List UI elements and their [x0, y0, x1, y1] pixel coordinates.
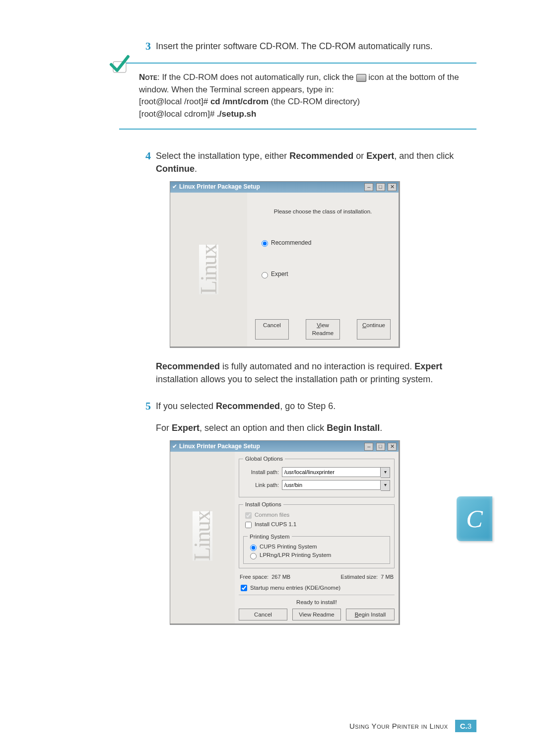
step4-text-f: Continue [156, 164, 195, 174]
radio-recommended[interactable]: Recommended [259, 239, 391, 247]
startup-entries-input[interactable] [241, 585, 247, 591]
step4-after-c: Expert [414, 361, 442, 371]
maximize-button[interactable]: □ [376, 183, 385, 191]
radio-expert-label: Expert [271, 271, 288, 277]
global-options-group: Global Options Install path: ▾ Link path… [239, 455, 395, 497]
page-prefix: C. [460, 722, 468, 730]
appendix-tab: C [457, 496, 492, 541]
est-size-value: 7 MB [381, 574, 394, 580]
cups-radio-input[interactable] [250, 545, 257, 551]
setup-window-expert-options: ✔ Linux Printer Package Setup – □ ✕ Linu… [170, 440, 400, 625]
step4-after-a: Recommended [156, 361, 220, 371]
note-label: Note [139, 72, 157, 82]
window2-content: Global Options Install path: ▾ Link path… [235, 452, 399, 623]
begin-install-rest: egin Install [358, 612, 386, 618]
note-cmd-2: ./setup.sh [217, 109, 256, 119]
step5-1b: Recommended [216, 401, 280, 411]
size-status-row: Free space: 267 MB Estimated size: 7 MB [240, 573, 394, 581]
minimize-button[interactable]: – [364, 183, 373, 191]
view-readme-button[interactable]: View Readme [306, 319, 340, 340]
window2-title: Linux Printer Package Setup [179, 442, 260, 451]
cups-radio[interactable]: CUPS Printing System [248, 544, 317, 550]
radio-recommended-label: Recommended [271, 239, 311, 246]
installation-instruction: Please choose the class of installation. [255, 203, 391, 216]
step5-2d: Begin Install [327, 423, 380, 433]
step4-text-c: or [353, 151, 366, 161]
radio-expert-input[interactable] [262, 272, 268, 278]
note-cmd-1-prompt: [root@local /root]# [139, 97, 210, 106]
window-titlebar[interactable]: ✔ Linux Printer Package Setup – □ ✕ [170, 182, 399, 193]
step-4-body: Select the installation type, either Rec… [156, 149, 476, 390]
global-options-legend: Global Options [243, 455, 285, 463]
minimize-button[interactable]: – [364, 443, 373, 451]
install-cups-input[interactable] [245, 522, 252, 528]
step5-1a: If you selected [156, 401, 216, 411]
common-files-label: Common files [255, 512, 289, 518]
step-5-body: If you selected Recommended, go to Step … [156, 400, 476, 637]
window2-buttons: – □ ✕ [363, 442, 397, 451]
step-number-3: 3 [134, 40, 156, 57]
startup-entries-checkbox[interactable]: Startup menu entries (KDE/Gnome) [239, 583, 395, 593]
begin-install-button[interactable]: Begin Install [346, 609, 395, 621]
page-number-badge: C.3 [455, 720, 476, 732]
est-size-label: Estimated size: [341, 574, 378, 580]
install-path-label: Install path: [243, 469, 279, 477]
cancel-button[interactable]: Cancel [239, 609, 287, 621]
step4-text-b: Recommended [289, 151, 353, 161]
terminal-icon [356, 74, 366, 82]
install-options-legend: Install Options [243, 500, 283, 509]
cups-radio-label: CUPS Printing System [260, 544, 317, 550]
titlebar2-icon: ✔ [172, 442, 177, 451]
printing-system-group: Printing System CUPS Printing System LPR… [243, 533, 390, 564]
link-path-input[interactable] [282, 480, 381, 490]
step4-after-b: is fully automated and no interaction is… [220, 361, 414, 371]
step4-after-d: installation allows you to select the in… [156, 374, 433, 384]
step5-2c: , select an option and then click [200, 423, 327, 433]
window2-titlebar[interactable]: ✔ Linux Printer Package Setup – □ ✕ [170, 441, 399, 452]
step4-text-d: Expert [366, 151, 394, 161]
radio-recommended-input[interactable] [262, 240, 268, 247]
step5-2e: . [380, 423, 382, 433]
lprng-radio[interactable]: LPRng/LPR Printing System [248, 552, 331, 558]
note-cmd-1: cd /mnt/cdrom [210, 97, 268, 106]
step-3-text: Insert the printer software CD-ROM. The … [156, 40, 476, 53]
maximize-button[interactable]: □ [376, 443, 385, 451]
free-space-label: Free space: [240, 574, 268, 580]
sidebar2-logo-linux: Linux [193, 511, 212, 561]
close-button[interactable]: ✕ [388, 443, 397, 451]
close-button[interactable]: ✕ [388, 183, 397, 191]
install-path-dropdown[interactable]: ▾ [381, 467, 390, 478]
cancel-button[interactable]: Cancel [255, 319, 289, 340]
radio-expert[interactable]: Expert [259, 270, 391, 278]
view-readme-button[interactable]: View Readme [292, 609, 341, 621]
footer-label: Using Your Printer in Linux [349, 722, 448, 730]
window-buttons: – □ ✕ [363, 183, 397, 191]
note-cmd-1-suffix: (the CD-ROM directory) [268, 97, 360, 106]
view-readme-mnemonic: V [317, 322, 320, 328]
link-path-dropdown[interactable]: ▾ [381, 480, 390, 491]
lprng-radio-input[interactable] [250, 553, 257, 559]
install-cups-label: Install CUPS 1.1 [255, 521, 296, 527]
page-footer: Using Your Printer in Linux C.3 [349, 720, 476, 732]
note-text-1: : If the CD-ROM does not automatically r… [157, 72, 356, 82]
lprng-radio-label: LPRng/LPR Printing System [260, 552, 331, 558]
install-cups-checkbox[interactable]: Install CUPS 1.1 [243, 521, 296, 527]
step-3-body: Insert the printer software CD-ROM. The … [156, 40, 476, 57]
continue-rest: ontinue [366, 322, 385, 328]
common-files-checkbox[interactable]: Common files [243, 512, 289, 518]
install-path-input[interactable] [282, 467, 381, 477]
titlebar-icon: ✔ [172, 183, 177, 191]
install-options-group: Install Options Common files Install CUP… [239, 500, 395, 568]
step5-2b: Expert [172, 423, 200, 433]
step5-2a: For [156, 423, 172, 433]
note-cmd-2-prompt: [root@local cdrom]# [139, 109, 217, 119]
step4-text-e: , and then click [394, 151, 454, 161]
window2-sidebar: Linux [170, 452, 235, 620]
printing-system-legend: Printing System [248, 533, 292, 541]
step5-1c: , go to Step 6. [280, 401, 335, 411]
common-files-input[interactable] [245, 512, 252, 519]
continue-button[interactable]: Continue [357, 319, 391, 340]
checkmark-note-icon [108, 55, 130, 76]
window-title: Linux Printer Package Setup [179, 183, 260, 191]
ready-status: Ready to install! [239, 598, 395, 607]
